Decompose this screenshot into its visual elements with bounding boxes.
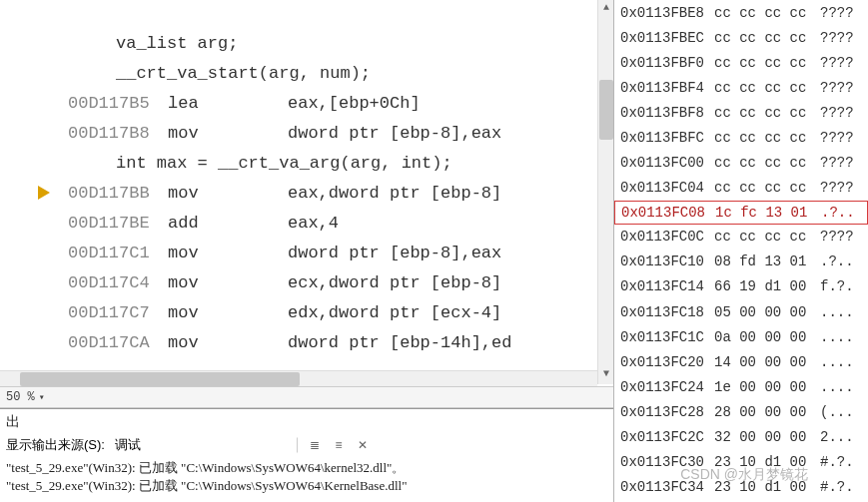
output-source-select[interactable]: 调试 (109, 435, 289, 455)
memory-row[interactable]: 0x0113FC0Ccc cc cc cc???? (614, 225, 868, 250)
memory-row[interactable]: 0x0113FC3423 10 d1 00#.?. (614, 475, 868, 500)
memory-row[interactable]: 0x0113FC3023 10 d1 00#.?. (614, 450, 868, 475)
memory-address: 0x0113FBF4 (620, 80, 714, 96)
source-line[interactable]: __crt_va_start(arg, num); (0, 58, 613, 88)
address: 00D117C4 (56, 273, 168, 292)
memory-row[interactable]: 0x0113FBF0cc cc cc cc???? (614, 50, 868, 75)
source-text: int max = __crt_va_arg(arg, int); (56, 154, 452, 173)
memory-address: 0x0113FC20 (620, 354, 714, 370)
separator (297, 437, 299, 453)
memory-bytes: cc cc cc cc (714, 130, 820, 146)
memory-ascii: ???? (820, 155, 854, 171)
address: 00D117CA (56, 333, 168, 352)
output-clear-icon[interactable]: ✕ (355, 437, 371, 453)
mnemonic: mov (168, 303, 288, 322)
memory-address: 0x0113FC2C (620, 429, 714, 445)
memory-ascii: .... (820, 379, 854, 395)
memory-ascii: .... (820, 329, 854, 345)
memory-row[interactable]: 0x0113FBE8cc cc cc cc???? (614, 0, 868, 25)
zoom-value[interactable]: 50 % (6, 390, 35, 404)
memory-bytes: 66 19 d1 00 (714, 278, 820, 294)
memory-ascii: .?.. (820, 253, 854, 269)
memory-row[interactable]: 0x0113FBFCcc cc cc cc???? (614, 125, 868, 150)
operands: ecx,dword ptr [ebp-8] (288, 273, 501, 292)
memory-address: 0x0113FC14 (620, 278, 714, 294)
asm-line[interactable]: 00D117BEaddeax,4 (0, 208, 613, 238)
memory-ascii: (... (820, 404, 854, 420)
asm-line[interactable]: 00D117C4movecx,dword ptr [ebp-8] (0, 267, 613, 297)
operands: eax,dword ptr [ebp-8] (288, 184, 501, 203)
memory-row[interactable]: 0x0113FC04cc cc cc cc???? (614, 176, 868, 201)
scroll-up-icon[interactable]: ▲ (599, 2, 613, 16)
asm-line[interactable]: 00D117B5leaeax,[ebp+0Ch] (0, 88, 613, 118)
code-lines: va_list arg;__crt_va_start(arg, num);00D… (0, 0, 613, 357)
memory-row[interactable]: 0x0113FC1466 19 d1 00f.?. (614, 274, 868, 299)
memory-ascii: ???? (820, 30, 854, 46)
output-icon-1[interactable]: ≣ (307, 437, 323, 453)
memory-ascii: ???? (820, 130, 854, 146)
zoom-dropdown-icon[interactable]: ▾ (39, 391, 45, 403)
vertical-scrollbar[interactable]: ▲ ▼ (597, 0, 613, 384)
memory-row[interactable]: 0x0113FBF4cc cc cc cc???? (614, 75, 868, 100)
memory-ascii: ???? (820, 105, 854, 121)
gutter[interactable] (0, 186, 56, 200)
memory-row[interactable]: 0x0113FC2828 00 00 00(... (614, 399, 868, 424)
source-line[interactable]: int max = __crt_va_arg(arg, int); (0, 148, 613, 178)
mnemonic: mov (168, 124, 288, 143)
memory-bytes: 08 fd 13 01 (714, 253, 820, 269)
memory-bytes: 28 00 00 00 (714, 404, 820, 420)
mnemonic: add (168, 214, 288, 233)
memory-row[interactable]: 0x0113FC1008 fd 13 01.?.. (614, 250, 868, 274)
memory-address: 0x0113FC00 (620, 155, 714, 171)
scroll-down-icon[interactable]: ▼ (599, 368, 613, 382)
memory-bytes: 0a 00 00 00 (714, 329, 820, 345)
memory-row[interactable]: 0x0113FC241e 00 00 00.... (614, 374, 868, 399)
memory-bytes: 05 00 00 00 (714, 304, 820, 320)
memory-row[interactable]: 0x0113FC1805 00 00 00.... (614, 299, 868, 324)
asm-line[interactable]: 00D117BBmoveax,dword ptr [ebp-8] (0, 178, 613, 208)
memory-address: 0x0113FC1C (620, 329, 714, 345)
output-icon-2[interactable]: ≡ (331, 437, 347, 453)
memory-address: 0x0113FC34 (620, 479, 714, 495)
memory-bytes: cc cc cc cc (714, 5, 820, 21)
asm-line[interactable]: 00D117C1movdword ptr [ebp-8],eax (0, 238, 613, 267)
disassembly-pane: va_list arg;__crt_va_start(arg, num);00D… (0, 0, 613, 502)
memory-address: 0x0113FC0C (620, 229, 714, 245)
memory-address: 0x0113FC10 (620, 253, 714, 269)
memory-ascii: f.?. (820, 278, 854, 294)
memory-row[interactable]: 0x0113FC1C0a 00 00 00.... (614, 324, 868, 349)
address: 00D117C7 (56, 303, 168, 322)
mnemonic: mov (168, 333, 288, 352)
memory-row[interactable]: 0x0113FC00cc cc cc cc???? (614, 151, 868, 176)
memory-row[interactable]: 0x0113FC081c fc 13 01.?.. (614, 201, 868, 225)
address: 00D117BE (56, 214, 168, 233)
memory-address: 0x0113FBF0 (620, 55, 714, 71)
memory-bytes: cc cc cc cc (714, 155, 820, 171)
memory-address: 0x0113FC18 (620, 304, 714, 320)
memory-bytes: cc cc cc cc (714, 80, 820, 96)
address: 00D117B5 (56, 94, 168, 113)
memory-ascii: ???? (820, 55, 854, 71)
mnemonic: mov (168, 184, 288, 203)
memory-pane: 0x0113FBE8cc cc cc cc????0x0113FBECcc cc… (613, 0, 868, 502)
scrollbar-thumb[interactable] (20, 372, 300, 386)
current-line-arrow-icon (38, 186, 50, 200)
operands: eax,4 (288, 214, 339, 233)
asm-line[interactable]: 00D117CAmovdword ptr [ebp-14h],ed (0, 327, 613, 357)
memory-bytes: cc cc cc cc (714, 55, 820, 71)
horizontal-scrollbar[interactable] (0, 370, 597, 386)
source-line[interactable]: va_list arg; (0, 28, 613, 58)
memory-row[interactable]: 0x0113FBF8cc cc cc cc???? (614, 100, 868, 125)
operands: edx,dword ptr [ecx-4] (288, 303, 501, 322)
asm-line[interactable]: 00D117C7movedx,dword ptr [ecx-4] (0, 297, 613, 327)
memory-bytes: cc cc cc cc (714, 229, 820, 245)
memory-row[interactable]: 0x0113FC2014 00 00 00.... (614, 349, 868, 374)
memory-row[interactable]: 0x0113FC2C32 00 00 002... (614, 425, 868, 450)
asm-line[interactable]: 00D117B8movdword ptr [ebp-8],eax (0, 118, 613, 148)
memory-ascii: .... (820, 354, 854, 370)
output-source-label: 显示输出来源(S): (6, 436, 105, 454)
memory-ascii: ???? (820, 5, 854, 21)
memory-bytes: cc cc cc cc (714, 105, 820, 121)
memory-row[interactable]: 0x0113FBECcc cc cc cc???? (614, 25, 868, 50)
scrollbar-thumb[interactable] (599, 80, 613, 140)
